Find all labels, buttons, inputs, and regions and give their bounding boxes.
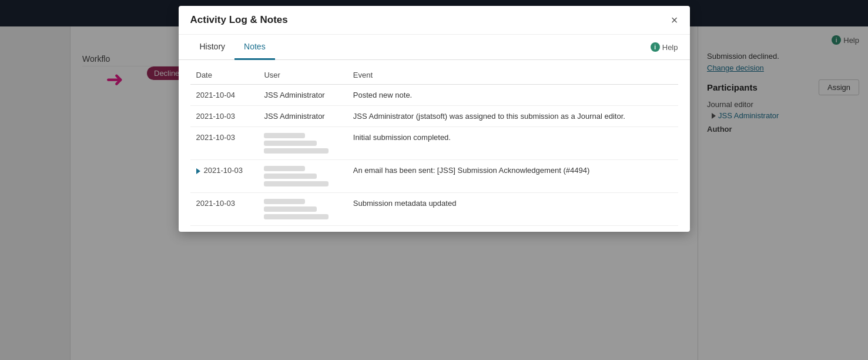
log-date: 2021-10-03 bbox=[190, 127, 259, 160]
modal-help-button[interactable]: i Help bbox=[651, 42, 678, 52]
table-row: 2021-10-03Initial submission completed. bbox=[190, 127, 678, 160]
log-event: Posted new note. bbox=[347, 85, 678, 106]
table-row: 2021-10-03JSS AdministratorJSS Administr… bbox=[190, 106, 678, 127]
redacted-user bbox=[264, 166, 341, 186]
log-event: An email has been sent: [JSS] Submission… bbox=[347, 160, 678, 193]
expand-row-icon[interactable] bbox=[196, 168, 200, 174]
modal-help-icon: i bbox=[651, 42, 660, 52]
modal-close-button[interactable]: × bbox=[671, 14, 678, 26]
log-user: JSS Administrator bbox=[258, 85, 347, 106]
modal-title: Activity Log & Notes bbox=[190, 14, 288, 26]
tab-notes-label: Notes bbox=[244, 42, 266, 51]
col-header-date: Date bbox=[190, 66, 259, 85]
table-row: 2021-10-04JSS AdministratorPosted new no… bbox=[190, 85, 678, 106]
modal-body: Date User Event 2021-10-04JSS Administra… bbox=[179, 60, 690, 232]
log-event: Submission metadata updated bbox=[347, 193, 678, 226]
log-date: 2021-10-04 bbox=[190, 85, 259, 106]
log-event: JSS Administrator (jstatsoft) was assign… bbox=[347, 106, 678, 127]
log-user bbox=[258, 127, 347, 160]
log-user bbox=[258, 160, 347, 193]
log-user bbox=[258, 193, 347, 226]
modal-header: Activity Log & Notes × bbox=[179, 6, 690, 35]
activity-log-modal: Activity Log & Notes × History Notes i H… bbox=[179, 6, 690, 232]
log-user: JSS Administrator bbox=[258, 106, 347, 127]
table-row: 2021-10-03Submission metadata updated bbox=[190, 193, 678, 226]
modal-tabs: History Notes i Help bbox=[179, 35, 690, 60]
tab-notes[interactable]: Notes bbox=[234, 35, 275, 60]
tab-history-label: History bbox=[200, 42, 226, 51]
tab-history[interactable]: History bbox=[190, 35, 235, 60]
modal-overlay: Activity Log & Notes × History Notes i H… bbox=[0, 0, 868, 360]
col-header-user: User bbox=[258, 66, 347, 85]
col-header-event: Event bbox=[347, 66, 678, 85]
log-event: Initial submission completed. bbox=[347, 127, 678, 160]
activity-log-table: Date User Event 2021-10-04JSS Administra… bbox=[190, 66, 678, 226]
redacted-user bbox=[264, 199, 341, 219]
log-date: 2021-10-03 bbox=[190, 106, 259, 127]
redacted-user bbox=[264, 133, 341, 154]
modal-help-label: Help bbox=[662, 43, 678, 52]
table-row: 2021-10-03An email has been sent: [JSS] … bbox=[190, 160, 678, 193]
log-date: 2021-10-03 bbox=[190, 193, 259, 226]
log-date: 2021-10-03 bbox=[190, 160, 259, 193]
